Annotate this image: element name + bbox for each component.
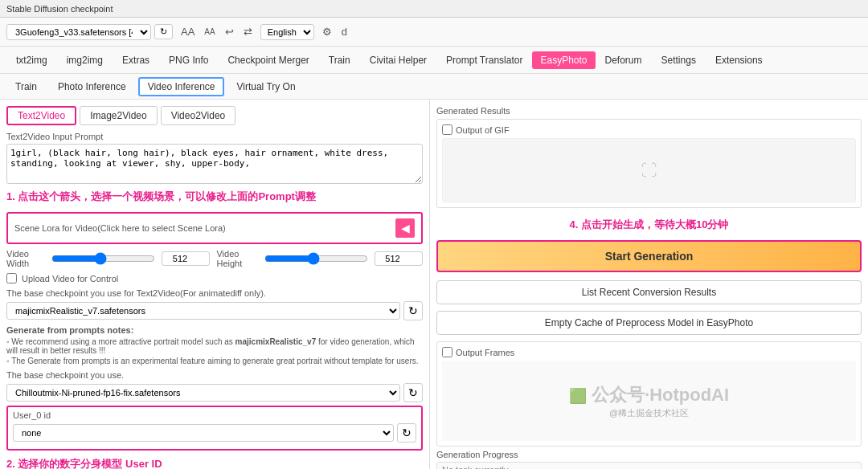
- output-frames-label: Output Frames: [456, 348, 514, 357]
- watermark-text: 🟩 公众号·HotpodAI: [569, 383, 729, 407]
- user-id-select[interactable]: none: [13, 424, 394, 442]
- generation-progress-value: No task currently: [436, 462, 862, 469]
- left-panel: Text2Video Image2Video Video2Video Text2…: [0, 100, 430, 469]
- model-dropdown-container: 3Guofeng3_v33.safetensors [4078eb4174] ↻: [6, 24, 173, 40]
- video-width-slider[interactable]: [51, 252, 155, 265]
- inner-tabs: Text2Video Image2Video Video2Video: [6, 106, 423, 125]
- video-width-input[interactable]: [162, 251, 210, 266]
- font-size-large-icon[interactable]: AA: [179, 24, 196, 39]
- empty-cache-button[interactable]: Empty Cache of Preprocess Model in EasyP…: [436, 311, 862, 335]
- user-id-dropdown-row: none ↻: [13, 423, 416, 442]
- output-frames-header: Output Frames: [442, 347, 856, 357]
- tab-extensions[interactable]: Extensions: [706, 50, 772, 71]
- video-height-input[interactable]: [375, 251, 423, 266]
- output-gif-checkbox[interactable]: [442, 124, 452, 135]
- video-height-slider[interactable]: [264, 252, 368, 265]
- generation-progress-label: Generation Progress: [436, 450, 862, 459]
- output-gif-placeholder: ⛶: [442, 138, 856, 202]
- base-checkpoint-select-1[interactable]: majicmixRealistic_v7.safetensors: [6, 302, 400, 320]
- sub-nav: Train Photo Inference Video Inference Vi…: [0, 74, 868, 100]
- tab-easyphoto[interactable]: EasyPhoto: [532, 51, 595, 69]
- main-nav: txt2img img2img Extras PNG Info Checkpoi…: [0, 47, 868, 74]
- list-results-button[interactable]: List Recent Conversion Results: [436, 280, 862, 304]
- user-id-refresh[interactable]: ↻: [397, 423, 416, 442]
- notes-section: Generate from prompts notes: ◦ We recomm…: [6, 325, 423, 365]
- output-gif-section: Output of GIF ⛶: [436, 119, 862, 208]
- output-gif-label: Output of GIF: [456, 125, 510, 135]
- base-checkpoint-refresh-2[interactable]: ↻: [403, 383, 423, 402]
- note-1: ◦ We recommend using a more attractive p…: [6, 337, 423, 355]
- base-checkpoint-refresh-1[interactable]: ↻: [403, 301, 423, 320]
- wh-row: Video Width Video Height: [6, 249, 423, 268]
- output-frames-checkbox[interactable]: [442, 347, 452, 357]
- start-generation-button[interactable]: Start Generation: [436, 240, 862, 272]
- sub-tab-video-inference[interactable]: Video Inference: [138, 77, 225, 96]
- base-checkpoint-label-1: The base checkpoint you use for Text2Vid…: [6, 288, 423, 298]
- tab-train[interactable]: Train: [319, 50, 360, 71]
- watermark-sub: @稀土掘金技术社区: [569, 407, 729, 419]
- user-id-section: User_0 id none ↻: [6, 406, 423, 451]
- watermark-area: 🟩 公众号·HotpodAI @稀土掘金技术社区: [442, 361, 856, 441]
- sub-tab-train[interactable]: Train: [6, 78, 46, 96]
- user-id-label: User_0 id: [13, 410, 416, 420]
- undo-icon[interactable]: ↩: [223, 24, 235, 39]
- extra-icon[interactable]: d: [340, 24, 349, 39]
- language-select[interactable]: English: [260, 24, 314, 40]
- upload-checkbox-row: Upload Video for Control: [6, 273, 423, 283]
- tab-extras[interactable]: Extras: [113, 50, 159, 71]
- tab-prompt-translator[interactable]: Prompt Translator: [436, 50, 532, 71]
- tab-deforum[interactable]: Deforum: [596, 50, 652, 71]
- model-select[interactable]: 3Guofeng3_v33.safetensors [4078eb4174]: [6, 24, 151, 40]
- prompt-textarea[interactable]: [6, 144, 423, 184]
- base-checkpoint-row-2: Chilloutmix-Ni-pruned-fp16-fix.safetenso…: [6, 383, 423, 402]
- settings-icon[interactable]: ⚙: [321, 24, 334, 39]
- font-size-small-icon[interactable]: AA: [203, 26, 216, 38]
- scene-lora-label: Scene Lora for Video(Click here to selec…: [14, 223, 395, 233]
- tab-civitai-helper[interactable]: Civitai Helper: [360, 50, 436, 71]
- output-gif-header: Output of GIF: [442, 124, 856, 135]
- notes-title: Generate from prompts notes:: [6, 325, 423, 335]
- scene-lora-arrow-btn[interactable]: ◀: [395, 218, 415, 238]
- generated-results-title: Generated Results: [436, 106, 862, 116]
- base-checkpoint-label-2: The base checkpoint you use.: [6, 370, 423, 380]
- base-checkpoint-select-2[interactable]: Chilloutmix-Ni-pruned-fp16-fix.safetenso…: [6, 384, 400, 402]
- top-toolbar: 3Guofeng3_v33.safetensors [4078eb4174] ↻…: [0, 18, 868, 47]
- annotation-4: 4. 点击开始生成，等待大概10分钟: [436, 214, 862, 235]
- content-area: Text2Video Image2Video Video2Video Text2…: [0, 100, 868, 469]
- base-checkpoint-row-1: majicmixRealistic_v7.safetensors ↻: [6, 301, 423, 320]
- generation-progress-section: Generation Progress No task currently: [436, 450, 862, 469]
- tab-checkpoint-merger[interactable]: Checkpoint Merger: [218, 50, 318, 71]
- note-2: ◦ The Generate from prompts is an experi…: [6, 357, 423, 365]
- tab-settings[interactable]: Settings: [652, 50, 706, 71]
- annotation-1: 1. 点击这个箭头，选择一个视频场景，可以修改上面的Prompt调整: [6, 186, 423, 207]
- redo-icon[interactable]: ⇄: [242, 24, 254, 39]
- inner-tab-text2video[interactable]: Text2Video: [6, 106, 76, 125]
- tab-img2img[interactable]: img2img: [57, 50, 113, 71]
- scene-lora-row: Scene Lora for Video(Click here to selec…: [6, 212, 423, 244]
- title-bar-label: Stable Diffusion checkpoint: [6, 4, 113, 14]
- upload-checkbox-label: Upload Video for Control: [22, 274, 118, 283]
- title-bar: Stable Diffusion checkpoint: [0, 0, 868, 18]
- inner-tab-video2video[interactable]: Video2Video: [161, 106, 236, 125]
- tab-png-info[interactable]: PNG Info: [159, 50, 218, 71]
- video-height-label: Video Height: [216, 249, 258, 268]
- video-width-label: Video Width: [6, 249, 45, 268]
- upload-checkbox[interactable]: [6, 273, 17, 283]
- output-frames-section: Output Frames 🟩 公众号·HotpodAI @稀土掘金技术社区: [436, 341, 862, 447]
- sub-tab-photo-inference[interactable]: Photo Inference: [49, 78, 135, 96]
- image-placeholder-icon: ⛶: [641, 161, 657, 180]
- sub-tab-virtual-try-on[interactable]: Virtual Try On: [227, 78, 304, 96]
- right-panel: Generated Results Output of GIF ⛶ 4. 点击开…: [430, 100, 868, 469]
- annotation-2: 2. 选择你的数字分身模型 User ID: [6, 454, 423, 469]
- model-refresh-btn[interactable]: ↻: [154, 24, 173, 39]
- tab-txt2img[interactable]: txt2img: [6, 50, 57, 71]
- prompt-label: Text2Video Input Prompt: [6, 132, 423, 141]
- inner-tab-image2video[interactable]: Image2Video: [80, 106, 158, 125]
- watermark-content: 🟩 公众号·HotpodAI @稀土掘金技术社区: [569, 383, 729, 419]
